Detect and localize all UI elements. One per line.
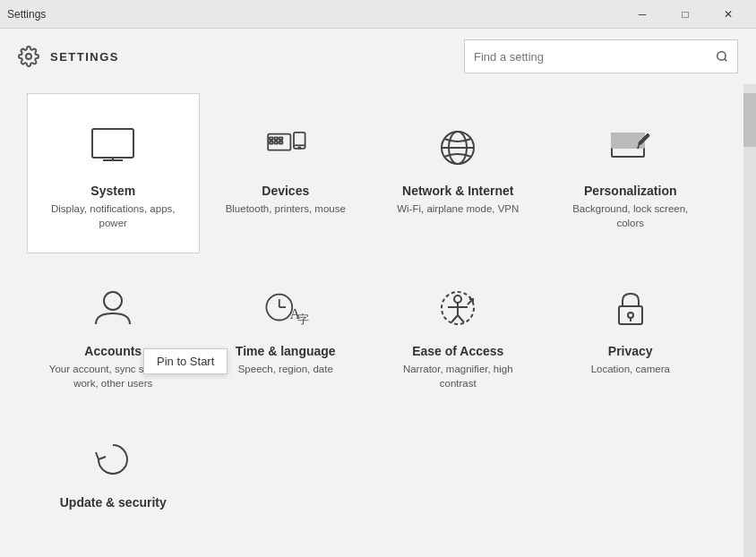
svg-line-35 <box>458 315 464 322</box>
ease-name: Ease of Access <box>412 344 503 358</box>
setting-item-time[interactable]: A 字 Time & language Speech, region, date <box>200 253 373 414</box>
svg-point-1 <box>717 52 726 60</box>
app-title: SETTINGS <box>50 50 119 64</box>
settings-grid: System Display, notifications, apps, pow… <box>27 93 717 523</box>
time-desc: Speech, region, date <box>238 362 333 376</box>
update-name: Update & security <box>60 495 167 510</box>
time-icon: A 字 <box>259 281 313 335</box>
setting-item-privacy[interactable]: Privacy Location, camera <box>545 253 717 414</box>
svg-line-2 <box>725 59 727 62</box>
main-content: System Display, notifications, apps, pow… <box>0 84 756 557</box>
svg-rect-8 <box>274 137 278 140</box>
network-name: Network & Internet <box>402 184 513 198</box>
svg-rect-10 <box>270 141 273 144</box>
svg-rect-7 <box>270 137 273 140</box>
settings-gear-icon <box>18 46 39 67</box>
privacy-desc: Location, camera <box>591 362 670 376</box>
svg-line-23 <box>638 146 639 149</box>
settings-grid-container: System Display, notifications, apps, pow… <box>0 84 743 557</box>
search-input[interactable] <box>474 50 716 64</box>
scrollbar[interactable] <box>743 84 756 557</box>
setting-item-accounts[interactable]: Accounts Your account, sync settings, wo… <box>27 253 200 414</box>
title-bar: Settings ─ □ ✕ <box>0 0 756 29</box>
setting-item-network[interactable]: Network & Internet Wi-Fi, airplane mode,… <box>372 93 545 253</box>
accounts-icon <box>86 281 140 335</box>
devices-icon <box>259 121 313 175</box>
personalization-desc: Background, lock screen, colors <box>559 201 703 230</box>
svg-point-38 <box>628 313 633 318</box>
svg-point-31 <box>454 296 461 303</box>
time-name: Time & language <box>236 344 336 358</box>
ease-icon <box>431 281 485 335</box>
close-button[interactable]: ✕ <box>708 0 749 29</box>
personalization-icon <box>604 121 657 175</box>
svg-rect-12 <box>279 141 283 144</box>
setting-item-devices[interactable]: Devices Bluetooth, printers, mouse <box>200 93 373 253</box>
window-controls: ─ □ ✕ <box>622 0 749 29</box>
ease-desc: Narrator, magnifier, high contrast <box>386 362 530 390</box>
svg-rect-9 <box>279 137 283 140</box>
devices-name: Devices <box>262 184 309 198</box>
header: SETTINGS <box>0 29 756 84</box>
setting-item-ease[interactable]: Ease of Access Narrator, magnifier, high… <box>372 253 545 414</box>
system-name: System <box>90 184 135 198</box>
svg-point-0 <box>26 54 31 59</box>
svg-point-15 <box>298 147 300 149</box>
setting-item-system[interactable]: System Display, notifications, apps, pow… <box>27 93 200 253</box>
setting-item-update[interactable]: Update & security <box>27 414 200 523</box>
update-icon <box>86 433 140 486</box>
privacy-icon <box>604 281 657 335</box>
minimize-button[interactable]: ─ <box>622 0 663 29</box>
svg-point-25 <box>266 295 292 321</box>
privacy-name: Privacy <box>608 344 653 358</box>
system-icon <box>86 121 140 175</box>
scrollbar-thumb[interactable] <box>743 93 756 147</box>
system-desc: Display, notifications, apps, power <box>41 201 185 230</box>
svg-rect-3 <box>92 129 133 158</box>
setting-item-personalization[interactable]: Personalization Background, lock screen,… <box>545 93 717 253</box>
maximize-button[interactable]: □ <box>665 0 706 29</box>
header-left: SETTINGS <box>18 46 119 67</box>
svg-line-34 <box>451 315 458 322</box>
devices-desc: Bluetooth, printers, mouse <box>226 201 346 216</box>
network-desc: Wi-Fi, airplane mode, VPN <box>397 201 519 216</box>
svg-text:字: 字 <box>296 313 308 326</box>
network-icon <box>431 121 485 175</box>
search-box[interactable] <box>464 39 738 73</box>
svg-rect-11 <box>274 141 278 144</box>
window-title: Settings <box>7 8 46 21</box>
personalization-name: Personalization <box>584 184 676 198</box>
pin-to-start-tooltip[interactable]: Pin to Start <box>143 348 228 374</box>
accounts-name: Accounts <box>84 344 142 358</box>
svg-point-24 <box>104 292 122 310</box>
search-icon-button[interactable] <box>716 50 728 63</box>
